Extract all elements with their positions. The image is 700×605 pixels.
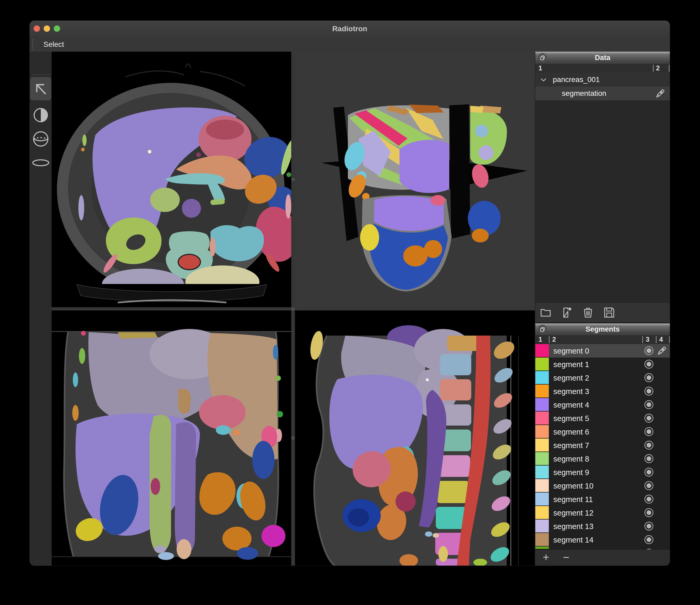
data-panel-header[interactable]: Data <box>535 52 670 64</box>
segment-visibility-radio[interactable] <box>644 387 653 396</box>
segment-row[interactable]: segment 3 <box>535 384 670 398</box>
segment-visibility-radio[interactable] <box>644 508 653 517</box>
segment-color-swatch[interactable] <box>535 465 549 479</box>
minimize-traffic-light[interactable] <box>44 25 50 32</box>
segment-color-swatch[interactable] <box>535 398 549 411</box>
segment-label: segment 11 <box>553 495 593 504</box>
threed-render-image <box>295 52 535 307</box>
ellipse-icon <box>32 158 50 167</box>
axial-viewport[interactable] <box>52 52 291 307</box>
segment-visibility-radio[interactable] <box>644 522 653 531</box>
segment-list: segment 0 segment 1segment 2segment 3seg… <box>535 344 670 549</box>
segment-color-swatch[interactable] <box>535 411 549 425</box>
trash-icon[interactable] <box>582 306 594 319</box>
segment-color-swatch[interactable] <box>535 493 549 506</box>
title-bar[interactable]: Radiotron <box>30 21 670 37</box>
segment-visibility-radio[interactable] <box>644 346 653 355</box>
segment-visibility-radio-dot <box>647 375 651 380</box>
save-icon[interactable] <box>603 306 615 319</box>
segment-row[interactable]: segment 7 <box>535 438 670 452</box>
segment-color-swatch[interactable] <box>535 425 549 438</box>
close-traffic-light[interactable] <box>34 25 40 32</box>
segment-visibility-radio-dot <box>647 497 651 502</box>
segment-visibility-radio[interactable] <box>644 535 653 544</box>
splitter-handle-dot[interactable] <box>291 307 295 311</box>
chevron-down-icon[interactable] <box>540 77 547 82</box>
segment-row[interactable]: segment 11 <box>535 493 670 506</box>
segment-row[interactable]: segment 6 <box>535 425 670 438</box>
segment-color-swatch[interactable] <box>535 506 549 520</box>
threed-viewport[interactable] <box>295 52 535 307</box>
segment-color-swatch[interactable] <box>535 547 549 549</box>
segment-row-partial[interactable] <box>535 547 670 549</box>
segment-visibility-radio-dot <box>647 389 651 394</box>
segments-panel-title: Segments <box>585 325 620 333</box>
ellipse-tool-button[interactable] <box>30 151 51 174</box>
segment-color-swatch[interactable] <box>535 357 549 371</box>
segment-label: segment 4 <box>553 400 589 409</box>
segment-visibility-radio[interactable] <box>644 360 653 369</box>
open-folder-icon[interactable] <box>540 306 552 319</box>
segment-visibility-radio[interactable] <box>644 454 653 463</box>
tree-row-pancreas-001[interactable]: pancreas_001 <box>535 73 670 86</box>
segment-color-swatch[interactable] <box>535 371 549 384</box>
menu-item-select[interactable]: Select <box>40 37 67 52</box>
segment-visibility-radio[interactable] <box>644 400 653 409</box>
data-panel-title: Data <box>595 54 610 62</box>
segment-visibility-radio-dot <box>647 470 651 475</box>
segment-visibility-radio-dot <box>647 510 651 515</box>
segment-color-swatch[interactable] <box>535 438 549 452</box>
tree-row-segmentation[interactable]: segmentation <box>535 86 670 100</box>
tree-item-label: pancreas_001 <box>553 75 600 84</box>
sagittal-viewport[interactable] <box>295 310 535 565</box>
segment-visibility-radio[interactable] <box>644 414 653 423</box>
splitter-handle-dot[interactable] <box>291 436 295 440</box>
edit-pencil-icon[interactable] <box>656 346 667 356</box>
toolbar-drag-handle[interactable] <box>33 74 48 75</box>
edit-pencil-icon[interactable] <box>655 89 665 99</box>
add-segment-button[interactable]: + <box>543 550 549 565</box>
segment-row[interactable]: segment 8 <box>535 452 670 465</box>
segment-row[interactable]: segment 12 <box>535 506 670 520</box>
segment-visibility-radio[interactable] <box>644 440 653 450</box>
segment-row[interactable]: segment 13 <box>535 520 670 533</box>
segment-visibility-radio[interactable] <box>644 468 653 477</box>
segment-color-swatch[interactable] <box>535 520 549 533</box>
splitter-handle-dot[interactable] <box>291 178 295 181</box>
undock-icon[interactable] <box>538 325 547 334</box>
segment-row[interactable]: segment 1 <box>535 357 670 371</box>
segment-color-swatch[interactable] <box>535 533 549 547</box>
segment-color-swatch[interactable] <box>535 452 549 465</box>
remove-segment-button[interactable]: − <box>563 550 570 565</box>
segment-row[interactable]: segment 10 <box>535 479 670 493</box>
segment-visibility-radio-dot <box>647 362 651 367</box>
contrast-tool-button[interactable] <box>30 103 51 127</box>
menu-drag-handle[interactable] <box>32 39 33 50</box>
segment-visibility-radio-dot <box>647 429 651 434</box>
segment-row[interactable]: segment 0 <box>535 344 670 357</box>
segment-visibility-radio[interactable] <box>644 481 653 490</box>
segment-row[interactable]: segment 14 <box>535 533 670 547</box>
segment-row[interactable]: segment 4 <box>535 398 670 411</box>
segment-label: segment 9 <box>553 468 589 477</box>
tool-palette <box>30 52 52 565</box>
sphere-tool-button[interactable] <box>30 127 51 151</box>
new-file-icon[interactable] <box>561 306 573 319</box>
segment-label: segment 3 <box>553 387 589 396</box>
select-arrow-tool-button[interactable] <box>30 77 51 100</box>
undock-icon[interactable] <box>538 53 547 62</box>
segment-color-swatch[interactable] <box>535 344 549 357</box>
segment-color-swatch[interactable] <box>535 384 549 398</box>
segment-visibility-radio[interactable] <box>644 427 653 436</box>
segment-color-swatch[interactable] <box>535 479 549 493</box>
segment-row[interactable]: segment 5 <box>535 411 670 425</box>
segment-row[interactable]: segment 9 <box>535 465 670 479</box>
segments-column-header: 1 2 3 4 <box>535 335 670 344</box>
segment-row[interactable]: segment 2 <box>535 371 670 384</box>
segment-label: segment 13 <box>553 522 594 531</box>
coronal-viewport[interactable] <box>52 310 291 565</box>
segments-panel-header[interactable]: Segments <box>535 323 670 335</box>
segment-visibility-radio[interactable] <box>644 495 653 504</box>
segment-visibility-radio[interactable] <box>644 373 653 382</box>
zoom-traffic-light[interactable] <box>54 25 60 32</box>
